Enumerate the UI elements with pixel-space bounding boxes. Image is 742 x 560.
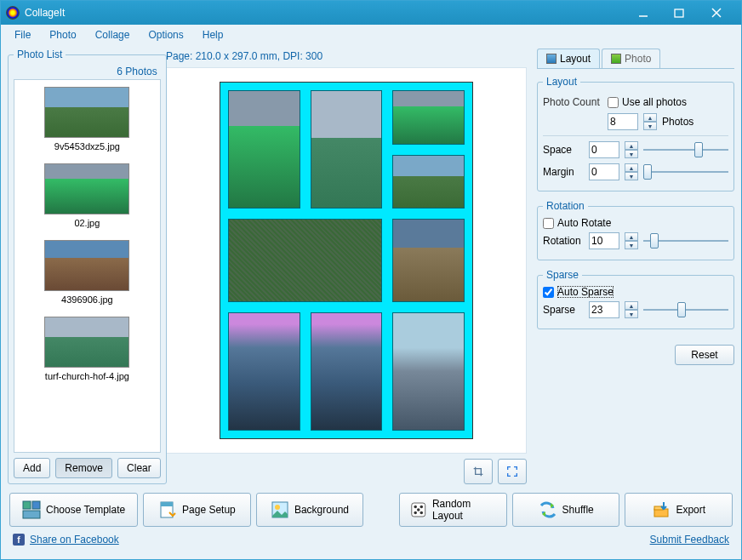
- photo-list-panel: Photo List 6 Photos 9v5453dxz5.jpg 02.jp…: [8, 49, 167, 484]
- margin-spinner[interactable]: ▲▼: [625, 163, 638, 180]
- side-tabs: Layout Photo: [537, 49, 734, 69]
- collage-cell: [308, 310, 385, 433]
- random-layout-button[interactable]: Random Layout: [399, 493, 507, 527]
- svg-point-14: [417, 508, 420, 511]
- photo-count-label: Photo Count: [543, 96, 602, 108]
- collage-cell: [390, 310, 467, 433]
- collage-cell: [225, 310, 303, 433]
- menu-help[interactable]: Help: [194, 26, 232, 43]
- choose-template-button[interactable]: Choose Template: [9, 493, 138, 527]
- rotation-slider[interactable]: [643, 233, 728, 249]
- share-facebook-link[interactable]: fShare on Facebook: [13, 534, 119, 546]
- collage-canvas[interactable]: [166, 67, 527, 454]
- collage-cell: [225, 216, 385, 305]
- space-spinner[interactable]: ▲▼: [625, 141, 638, 158]
- list-item[interactable]: 02.jpg: [14, 157, 160, 233]
- page-info: Page: 210.0 x 297.0 mm, DPI: 300: [166, 49, 527, 67]
- collage-cell: [390, 88, 467, 147]
- svg-point-10: [275, 505, 280, 510]
- collage-cell: [308, 88, 385, 211]
- thumbnail-icon: [44, 87, 129, 138]
- list-item[interactable]: 9v5453dxz5.jpg: [14, 80, 160, 157]
- export-button[interactable]: Export: [625, 493, 733, 527]
- photo-thumbnails[interactable]: 9v5453dxz5.jpg 02.jpg 4396906.jpg turf-c…: [14, 79, 161, 453]
- svg-point-13: [420, 506, 424, 509]
- tab-photo[interactable]: Photo: [602, 49, 660, 68]
- auto-sparse-checkbox[interactable]: Auto Sparse: [543, 286, 728, 298]
- sparse-spinner[interactable]: ▲▼: [625, 301, 638, 318]
- collage-preview: [220, 82, 473, 439]
- svg-rect-1: [675, 9, 683, 17]
- sparse-group: Sparse Auto Sparse Sparse ▲▼: [537, 269, 734, 329]
- bottom-toolbar: Choose Template Page Setup Background Ra…: [1, 488, 741, 532]
- maximize-button[interactable]: [661, 1, 697, 25]
- auto-rotate-checkbox[interactable]: Auto Rotate: [543, 217, 728, 229]
- rotation-spinner[interactable]: ▲▼: [625, 232, 638, 249]
- sparse-input[interactable]: [589, 301, 619, 318]
- photo-count-input[interactable]: [608, 113, 638, 130]
- rotation-group: Rotation Auto Rotate Rotation ▲▼: [537, 200, 734, 260]
- collage-cell: [390, 216, 467, 305]
- margin-input[interactable]: [589, 163, 619, 180]
- menubar: File Photo Collage Options Help: [1, 25, 741, 45]
- list-item[interactable]: turf-church-hof-4.jpg: [14, 310, 160, 386]
- submit-feedback-link[interactable]: Submit Feedback: [650, 534, 729, 546]
- space-slider[interactable]: [643, 142, 728, 157]
- facebook-icon: f: [13, 534, 25, 546]
- photo-count-spinner[interactable]: ▲▼: [643, 113, 657, 130]
- svg-point-16: [420, 511, 424, 515]
- sparse-slider[interactable]: [643, 302, 728, 317]
- page-setup-button[interactable]: Page Setup: [143, 493, 251, 527]
- remove-button[interactable]: Remove: [55, 458, 112, 478]
- layout-icon: [546, 54, 556, 64]
- background-button[interactable]: Background: [256, 493, 364, 527]
- window-title: CollageIt: [25, 7, 625, 19]
- photo-list-title: Photo List: [14, 49, 66, 60]
- svg-point-12: [414, 506, 418, 509]
- collage-cell: [225, 88, 303, 211]
- add-button[interactable]: Add: [14, 458, 50, 478]
- svg-rect-5: [32, 501, 40, 509]
- menu-file[interactable]: File: [6, 26, 39, 43]
- menu-options[interactable]: Options: [140, 26, 191, 43]
- menu-photo[interactable]: Photo: [41, 26, 84, 43]
- crop-button[interactable]: [464, 459, 493, 484]
- photo-count-label: 6 Photos: [14, 66, 161, 79]
- shuffle-button[interactable]: Shuffle: [512, 493, 620, 527]
- titlebar: CollageIt: [1, 1, 741, 25]
- minimize-button[interactable]: [625, 1, 661, 25]
- fullscreen-button[interactable]: [498, 459, 527, 484]
- app-logo-icon: [6, 6, 20, 20]
- thumbnail-icon: [44, 163, 129, 214]
- svg-rect-8: [161, 502, 173, 506]
- photo-icon: [611, 54, 621, 64]
- margin-slider[interactable]: [643, 164, 728, 180]
- collage-cell: [390, 152, 467, 212]
- space-input[interactable]: [589, 141, 619, 158]
- use-all-photos-checkbox[interactable]: Use all photos: [608, 96, 687, 108]
- svg-point-15: [414, 511, 418, 515]
- tab-layout[interactable]: Layout: [537, 49, 600, 68]
- rotation-input[interactable]: [589, 232, 619, 249]
- list-item[interactable]: 4396906.jpg: [14, 233, 160, 310]
- thumbnail-icon: [44, 240, 129, 291]
- svg-rect-4: [23, 501, 31, 509]
- svg-rect-6: [23, 511, 40, 518]
- close-button[interactable]: [697, 1, 736, 25]
- clear-button[interactable]: Clear: [117, 458, 161, 478]
- layout-group: Layout Photo Count Use all photos ▲▼ Pho…: [537, 76, 734, 191]
- thumbnail-icon: [44, 317, 129, 368]
- reset-button[interactable]: Reset: [675, 345, 734, 365]
- menu-collage[interactable]: Collage: [87, 26, 139, 43]
